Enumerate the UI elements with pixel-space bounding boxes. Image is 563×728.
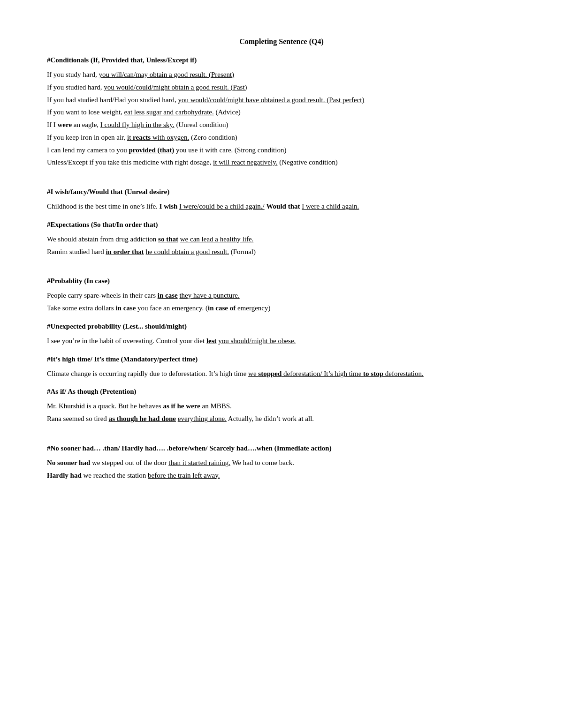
content-hightime: Climate change is occurring rapidly due … — [47, 368, 516, 380]
ns-line-2: Hardly had we reached the station before… — [47, 470, 516, 481]
content-wish: Childhood is the best time in one’s life… — [47, 201, 516, 212]
exp-line-1: We should abstain from drug addiction so… — [47, 233, 516, 245]
page-title: Completing Sentence (Q4) — [47, 38, 516, 46]
cond-line-7: I can lend my camera to you provided (th… — [47, 144, 516, 156]
cond-line-8: Unless/Except if you take this medicine … — [47, 157, 516, 168]
cond-line-4: If you want to lose weight, eat less sug… — [47, 106, 516, 118]
heading-asif: #As if/ As though (Pretention) — [47, 388, 516, 396]
content-unexpected: I see you’re in the habit of overeating.… — [47, 335, 516, 347]
cond-line-1: If you study hard, you will/can/may obta… — [47, 69, 516, 81]
section-hightime: #It’s high time/ It’s time (Mandatory/pe… — [47, 355, 516, 380]
cond-line-5: If I were an eagle, I could fly high in … — [47, 119, 516, 131]
heading-hightime: #It’s high time/ It’s time (Mandatory/pe… — [47, 355, 516, 363]
page-container: Completing Sentence (Q4) #Conditionals (… — [47, 38, 516, 481]
heading-conditionals: #Conditionals (If, Provided that, Unless… — [47, 56, 516, 64]
content-nosooner: No sooner had we stepped out of the door… — [47, 457, 516, 481]
unexp-line-1: I see you’re in the habit of overeating.… — [47, 335, 516, 347]
section-unexpected: #Unexpected probability (Lest... should/… — [47, 323, 516, 347]
ns-line-1: No sooner had we stepped out of the door… — [47, 457, 516, 469]
section-expectations: #Expectations (So that/In order that) We… — [47, 221, 516, 258]
asif-line-1: Mr. Khurshid is a quack. But he behaves … — [47, 400, 516, 412]
heading-nosooner: #No sooner had… .than/ Hardly had…. .bef… — [47, 444, 516, 452]
section-nosooner: #No sooner had… .than/ Hardly had…. .bef… — [47, 444, 516, 481]
section-probability: #Probablity (In case) People carry spare… — [47, 277, 516, 314]
section-conditionals: #Conditionals (If, Provided that, Unless… — [47, 56, 516, 168]
asif-line-2: Rana seemed so tired as though he had do… — [47, 413, 516, 425]
heading-expectations: #Expectations (So that/In order that) — [47, 221, 516, 229]
wish-line-1: Childhood is the best time in one’s life… — [47, 201, 516, 212]
content-conditionals: If you study hard, you will/can/may obta… — [47, 69, 516, 168]
content-expectations: We should abstain from drug addiction so… — [47, 233, 516, 258]
cond-line-2: If you studied hard, you would/could/mig… — [47, 82, 516, 93]
section-wish: #I wish/fancy/Would that (Unreal desire)… — [47, 188, 516, 212]
prob-line-2: Take some extra dollars in case you face… — [47, 302, 516, 314]
heading-probability: #Probablity (In case) — [47, 277, 516, 285]
heading-unexpected: #Unexpected probability (Lest... should/… — [47, 323, 516, 330]
prob-line-1: People carry spare-wheels in their cars … — [47, 290, 516, 301]
content-asif: Mr. Khurshid is a quack. But he behaves … — [47, 400, 516, 425]
content-probability: People carry spare-wheels in their cars … — [47, 290, 516, 314]
exp-line-2: Ramim studied hard in order that he coul… — [47, 246, 516, 258]
cond-line-3: If you had studied hard/Had you studied … — [47, 94, 516, 106]
cond-line-6: If you keep iron in open air, it reacts … — [47, 132, 516, 143]
section-asif: #As if/ As though (Pretention) Mr. Khurs… — [47, 388, 516, 425]
ht-line-1: Climate change is occurring rapidly due … — [47, 368, 516, 380]
heading-wish: #I wish/fancy/Would that (Unreal desire) — [47, 188, 516, 196]
